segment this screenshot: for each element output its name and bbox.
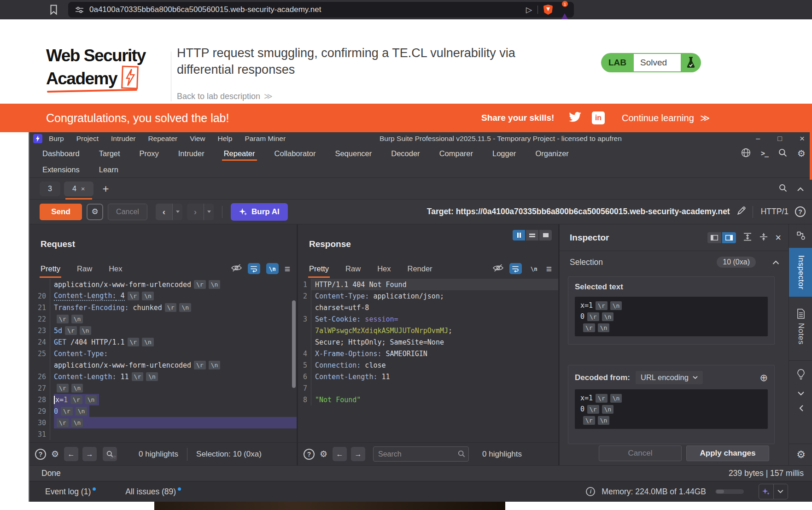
cancel-button[interactable]: Cancel: [108, 204, 147, 220]
editor-line[interactable]: 7: [298, 382, 558, 394]
http-version-selector[interactable]: HTTP/1: [761, 207, 789, 217]
prev-match-button[interactable]: ←: [333, 447, 347, 461]
editor-line[interactable]: 21Transfer-Encoding: chunked\r\n: [29, 302, 297, 313]
menu-project[interactable]: Project: [76, 135, 99, 143]
editor-line[interactable]: x=1\r\n: [580, 300, 762, 311]
sidebar-tab-notes[interactable]: Notes: [796, 309, 806, 345]
editor-line[interactable]: 235d\r\n: [29, 325, 297, 336]
event-log-button[interactable]: Event log (1): [45, 487, 96, 497]
layout-single-button[interactable]: [539, 230, 552, 240]
sidebar-send-icon[interactable]: ▷: [526, 5, 532, 15]
extension-icon[interactable]: 1: [560, 6, 569, 14]
tab-intruder[interactable]: Intruder: [178, 145, 204, 162]
editor-line[interactable]: 0\r\n: [580, 404, 762, 415]
tab-organizer[interactable]: Organizer: [535, 145, 568, 162]
close-button[interactable]: ×: [800, 134, 805, 144]
tab-sequencer[interactable]: Sequencer: [335, 145, 372, 162]
editor-line[interactable]: 30\r\n: [29, 417, 297, 428]
collapsed-search-button[interactable]: Se: [103, 447, 117, 461]
menu-param-miner[interactable]: Param Miner: [245, 135, 286, 143]
prev-match-button[interactable]: ←: [64, 447, 78, 461]
selection-section-header[interactable]: Selection 10 (0xa): [560, 251, 789, 273]
back-to-lab-link[interactable]: Back to lab description≫: [177, 91, 273, 101]
tab-logger[interactable]: Logger: [492, 145, 516, 162]
url-text[interactable]: 0a4100a70335bb6a800b6ca500560015.web-sec…: [89, 5, 321, 14]
history-forward-dropdown[interactable]: [204, 204, 214, 220]
menu-burp[interactable]: Burp: [49, 135, 64, 143]
request-tab-raw[interactable]: Raw: [77, 264, 92, 273]
editor-line[interactable]: 3Set-Cookie: session=: [298, 313, 558, 325]
tab-comparer[interactable]: Comparer: [439, 145, 473, 162]
search-icon[interactable]: [779, 184, 787, 194]
help-icon[interactable]: ?: [35, 449, 46, 460]
chevron-down-icon[interactable]: [798, 389, 804, 398]
expand-all-icon[interactable]: [743, 233, 752, 243]
collapse-all-icon[interactable]: [759, 233, 768, 243]
editor-line[interactable]: 28x=1\r\n: [29, 394, 297, 405]
burp-ai-button[interactable]: Burp AI: [231, 203, 288, 221]
hide-nonprintable-icon[interactable]: [231, 264, 242, 274]
editor-line[interactable]: 20Content-Length: 4\r\n: [29, 290, 297, 302]
request-tab-pretty[interactable]: Pretty: [41, 264, 60, 273]
hide-nonprintable-icon[interactable]: [493, 264, 503, 274]
close-inspector-icon[interactable]: ×: [775, 233, 781, 243]
send-button[interactable]: Send: [40, 204, 82, 220]
editor-menu-icon[interactable]: ≡: [285, 264, 290, 274]
chevron-up-icon[interactable]: [772, 258, 779, 266]
add-encoding-icon[interactable]: ⊕: [759, 372, 768, 383]
web-security-academy-logo[interactable]: Web Security Academy: [46, 46, 146, 89]
dock-right-button[interactable]: [722, 232, 736, 243]
bookmark-icon[interactable]: [50, 4, 58, 17]
editor-line[interactable]: 31: [29, 428, 297, 440]
response-tab-hex[interactable]: Hex: [377, 264, 391, 273]
next-match-button[interactable]: →: [82, 447, 97, 461]
next-match-button[interactable]: →: [351, 447, 365, 461]
editor-line[interactable]: 27\r\n: [29, 382, 297, 394]
menu-help[interactable]: Help: [218, 135, 233, 143]
help-icon[interactable]: ?: [795, 206, 806, 217]
close-tab-icon[interactable]: ×: [81, 185, 85, 193]
ai-quick-button[interactable]: [759, 484, 788, 499]
inspector-cancel-button[interactable]: Cancel: [599, 446, 682, 461]
encoding-dropdown[interactable]: URL encoding: [636, 371, 703, 384]
tab-learn[interactable]: Learn: [99, 162, 118, 177]
menu-intruder[interactable]: Intruder: [111, 135, 135, 143]
editor-line[interactable]: 25Content-Type:: [29, 348, 297, 359]
show-newlines-icon[interactable]: \n: [528, 263, 540, 274]
editor-line[interactable]: Secure; HttpOnly; SameSite=None: [298, 336, 558, 348]
help-icon[interactable]: ?: [304, 449, 315, 460]
response-tab-raw[interactable]: Raw: [345, 264, 361, 273]
response-tab-pretty[interactable]: Pretty: [309, 264, 329, 273]
tab-dashboard[interactable]: Dashboard: [42, 145, 80, 162]
editor-line[interactable]: 6Content-Length: 11: [298, 371, 558, 382]
editor-line[interactable]: 26Content-Length: 11\r\n: [29, 371, 297, 382]
selected-text-box[interactable]: x=1\r\n0\r\n\r\n: [575, 297, 768, 336]
settings-gear-icon[interactable]: ⚙: [797, 149, 806, 158]
editor-line[interactable]: 22\r\n: [29, 313, 297, 325]
word-wrap-icon[interactable]: [509, 263, 522, 274]
tab-target[interactable]: Target: [99, 145, 120, 162]
word-wrap-icon[interactable]: [248, 263, 260, 274]
tab-collaborator[interactable]: Collaborator: [275, 145, 316, 162]
send-settings-button[interactable]: ⚙: [87, 204, 103, 220]
editor-line[interactable]: 290\r\n: [29, 405, 297, 417]
request-scrollbar[interactable]: [292, 300, 296, 388]
linkedin-icon[interactable]: in: [592, 111, 605, 124]
response-tab-render[interactable]: Render: [407, 264, 432, 273]
info-icon[interactable]: i: [586, 487, 595, 496]
terminal-icon[interactable]: >_: [761, 149, 768, 158]
show-newlines-icon[interactable]: \n: [266, 263, 279, 274]
gear-icon[interactable]: ⚙: [320, 450, 327, 458]
minimize-button[interactable]: –: [756, 135, 760, 143]
apply-changes-button[interactable]: Apply changes: [686, 446, 769, 461]
continue-learning-link[interactable]: Continue learning ≫: [622, 112, 710, 123]
editor-line[interactable]: 5Connection: close: [298, 359, 558, 371]
brave-shield-icon[interactable]: [543, 5, 553, 15]
search-input[interactable]: [373, 446, 469, 462]
tab-decoder[interactable]: Decoder: [391, 145, 420, 162]
new-repeater-tab-button[interactable]: +: [103, 182, 109, 195]
request-editor[interactable]: application/x-www-form-urlencoded\r\n20C…: [29, 279, 297, 442]
layout-columns-button[interactable]: [513, 230, 525, 240]
editor-line[interactable]: 7alWPswgcMzXdiqkASMUJUToNrpOvmMJ;: [298, 325, 558, 336]
editor-line[interactable]: 2Content-Type: application/json;: [298, 290, 558, 302]
